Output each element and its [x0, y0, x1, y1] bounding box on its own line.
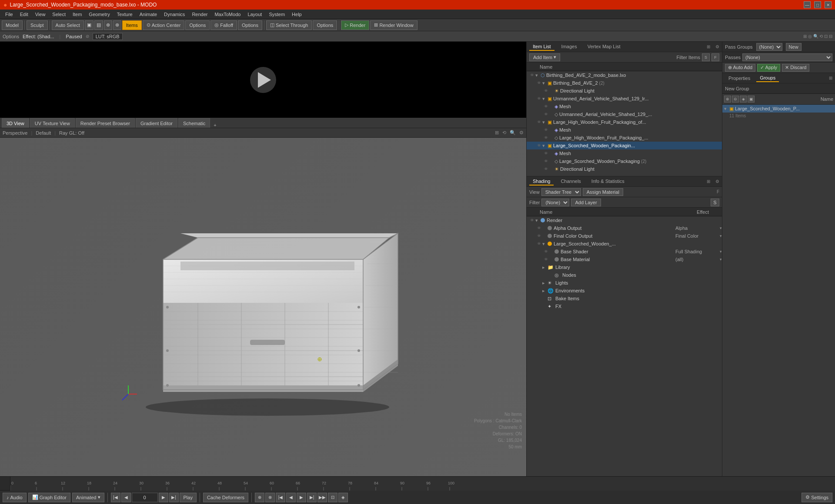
options-btn3[interactable]: Options [313, 20, 337, 30]
sh-bake-items[interactable]: 👁 ⊡ Bake Items [527, 295, 722, 302]
render-button[interactable]: ▷ Render [341, 20, 369, 30]
tab-gradient-editor[interactable]: Gradient Editor [136, 118, 177, 128]
eye-icon[interactable]: 👁 [542, 103, 549, 110]
tree-item-group2[interactable]: 👁 ▾ ▣ Unmanned_Aerial_Vehicle_Shahed_129… [527, 95, 722, 103]
transport-icon-5[interactable]: ▶ [297, 493, 306, 502]
pass-groups-select[interactable]: (None) [756, 43, 782, 51]
menu-animate[interactable]: Animate [136, 11, 160, 18]
menu-select[interactable]: Select [49, 11, 69, 18]
sh-nodes[interactable]: 👁 ◎ Nodes [527, 271, 722, 279]
model-button[interactable]: Model [2, 20, 23, 30]
cache-deformers-button[interactable]: Cache Deformers [203, 493, 248, 502]
assign-material-button[interactable]: Assign Material [583, 188, 623, 196]
eye-icon[interactable]: 👁 [542, 249, 549, 254]
filter-f-button[interactable]: F [711, 53, 719, 61]
tree-item-group3[interactable]: 👁 ▾ ▣ Large_High_Wooden_Fruit_Packaging_… [527, 118, 722, 126]
audio-button[interactable]: ♪ Audio [3, 493, 27, 502]
tab-shading[interactable]: Shading [529, 178, 554, 186]
frp-icon-btn-1[interactable]: ⊕ [724, 96, 731, 103]
icon-btn-3[interactable]: ⊕ [104, 20, 112, 30]
sculpt-button[interactable]: Sculpt [27, 20, 48, 30]
render-window-button[interactable]: ⊞ Render Window [370, 20, 417, 30]
shading-settings-icon[interactable]: ⚙ [715, 179, 719, 184]
item-list-content[interactable]: 👁 ▾ ⬡ Birthing_Bed_AVE_2_modo_base.lxo 👁… [527, 71, 722, 176]
tab-render-preset-browser[interactable]: Render Preset Browser [76, 118, 135, 128]
menu-render[interactable]: Render [188, 11, 211, 18]
eye-icon[interactable]: 👁 [535, 242, 542, 246]
eye-icon[interactable]: 👁 [542, 126, 549, 134]
minimize-button[interactable]: — [804, 1, 811, 8]
tab-properties[interactable]: Properties [725, 75, 754, 82]
new-button[interactable]: New [786, 43, 802, 51]
items-button[interactable]: Items [122, 20, 142, 30]
tab-schematic[interactable]: Schematic [178, 118, 210, 128]
eye-icon[interactable]: 👁 [528, 71, 535, 79]
item-list-expand-icon[interactable]: ⊞ [707, 44, 710, 49]
action-center-button[interactable]: ⊙ Action Center [143, 20, 185, 30]
sh-library[interactable]: 👁 ▸ 📁 Library [527, 263, 722, 271]
eye-icon[interactable]: 👁 [542, 257, 549, 262]
transport-icon-2[interactable]: ⊗ [265, 493, 275, 502]
vp-settings-icon[interactable]: ⚙ [519, 130, 524, 136]
maximize-button[interactable]: □ [814, 1, 821, 8]
eye-icon[interactable]: 👁 [542, 110, 549, 118]
transport-icon-1[interactable]: ⊕ [255, 493, 264, 502]
filter-s-button[interactable]: S [702, 53, 710, 61]
eye-icon[interactable]: 👁 [542, 165, 549, 173]
shading-content[interactable]: 👁 ▾ Render 👁 Alpha Output Alpha ▾ 👁 [527, 216, 722, 476]
s-button[interactable]: S [711, 199, 719, 206]
play-fwd-button[interactable]: Play [180, 493, 197, 502]
item-list-settings-icon[interactable]: ⚙ [715, 44, 719, 49]
passes-select[interactable]: (None) [742, 53, 832, 61]
eye-icon[interactable]: 👁 [542, 149, 549, 157]
frp-tree-main-item[interactable]: ▾ ▣ Large_Scorched_Wooden_P... [722, 105, 835, 113]
eye-icon[interactable]: 👁 [535, 79, 542, 87]
sh-fx[interactable]: 👁 ✦ FX [527, 302, 722, 310]
tab-channels[interactable]: Channels [557, 178, 584, 186]
close-button[interactable]: ✕ [825, 1, 832, 8]
eye-icon[interactable]: 👁 [528, 218, 535, 222]
eye-icon[interactable]: 👁 [542, 87, 549, 95]
tree-item-light1[interactable]: 👁 ☀ Directional Light [527, 87, 722, 95]
settings-button[interactable]: ⚙ Settings [802, 493, 832, 502]
tree-item-sub3[interactable]: 👁 ◇ Large_Scorched_Wooden_Packaging (2) [527, 157, 722, 165]
tree-item-scene[interactable]: 👁 ▾ ⬡ Birthing_Bed_AVE_2_modo_base.lxo [527, 71, 722, 79]
tree-item-group4[interactable]: 👁 ▾ ▣ Large_Scorched_Wooden_Packagin... [527, 142, 722, 149]
play-button[interactable]: ▶ [159, 493, 168, 502]
add-item-button[interactable]: Add Item ▾ [529, 53, 560, 61]
eye-icon[interactable]: 👁 [535, 226, 542, 230]
shading-expand-icon[interactable]: ⊞ [707, 179, 710, 184]
menu-dynamics[interactable]: Dynamics [160, 11, 188, 18]
tab-add-button[interactable]: + [211, 123, 219, 128]
vp-reset-icon[interactable]: ⟲ [502, 130, 506, 136]
vp-search-icon[interactable]: 🔍 [510, 130, 516, 136]
vp-expand-icon[interactable]: ⊞ [495, 130, 499, 136]
sh-lights[interactable]: 👁 ▸ ☀ Lights [527, 279, 722, 287]
tab-info-statistics[interactable]: Info & Statistics [588, 178, 628, 186]
transport-icon-4[interactable]: ◀ [286, 493, 296, 502]
tree-item-sub2[interactable]: 👁 ◇ Large_High_Wooden_Fruit_Packaging_..… [527, 134, 722, 142]
tree-item-light2[interactable]: 👁 ☀ Directional Light [527, 165, 722, 173]
tree-item-sub1[interactable]: 👁 ◇ Unmanned_Aerial_Vehicle_Shahed_129_.… [527, 110, 722, 118]
tab-groups[interactable]: Groups [756, 74, 779, 82]
icon-btn-4[interactable]: ⊗ [113, 20, 121, 30]
menu-file[interactable]: File [2, 11, 17, 18]
discard-button[interactable]: ✕ Discard [782, 64, 809, 72]
menu-view[interactable]: View [32, 11, 49, 18]
animated-button[interactable]: Animated ▾ [72, 493, 104, 502]
play-start-button[interactable]: |◀ [111, 493, 120, 502]
eye-icon[interactable]: 👁 [542, 157, 549, 165]
sh-alpha-output[interactable]: 👁 Alpha Output Alpha ▾ [527, 224, 722, 232]
preview-play-button[interactable] [250, 67, 276, 93]
menu-edit[interactable]: Edit [17, 11, 32, 18]
add-layer-button[interactable]: Add Layer [571, 199, 601, 206]
tree-item-mesh1[interactable]: 👁 ◈ Mesh [527, 103, 722, 110]
menu-help[interactable]: Help [288, 11, 305, 18]
menu-maxtomodo[interactable]: MaxToModo [211, 11, 244, 18]
auto-add-button[interactable]: ⊕ Auto Add [725, 64, 755, 72]
frp-icon-btn-3[interactable]: ◈ [740, 96, 747, 103]
play-next-button[interactable]: ▶| [169, 493, 179, 502]
frp-icon-btn-4[interactable]: ▣ [748, 96, 755, 103]
frame-input[interactable]: 0 [132, 493, 158, 502]
graph-editor-button[interactable]: 📊 Graph Editor [28, 493, 70, 502]
